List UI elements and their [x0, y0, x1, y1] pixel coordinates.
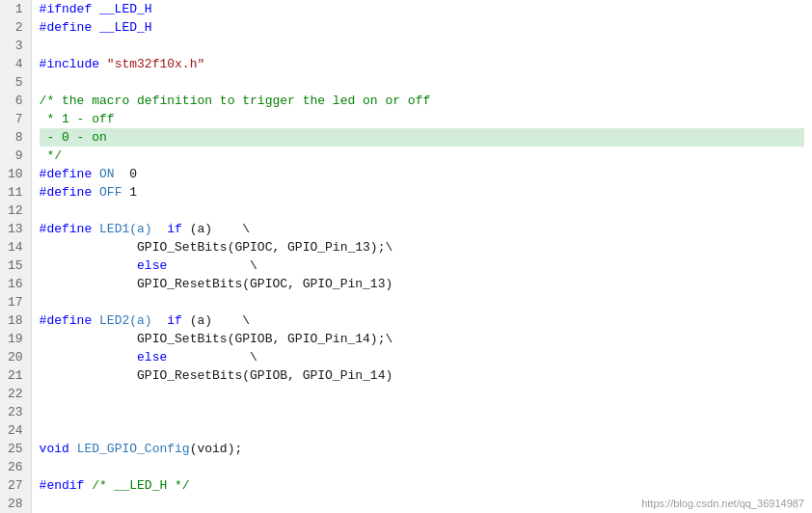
line-number: 1 — [8, 0, 23, 18]
line-number: 20 — [8, 348, 23, 366]
code-line: - 0 - on — [40, 128, 804, 147]
watermark: https://blog.csdn.net/qq_36914987 — [641, 498, 804, 509]
code-token: #define — [40, 311, 99, 330]
line-number: 5 — [8, 73, 23, 92]
line-number: 3 — [8, 37, 23, 55]
code-token: \ — [167, 348, 257, 366]
code-token: LED2(a) — [99, 311, 167, 330]
line-number: 28 — [8, 495, 23, 513]
line-number: 2 — [8, 18, 23, 37]
code-line: else \ — [40, 256, 804, 275]
code-token: #endif — [40, 476, 93, 495]
code-token: #ifndef __LED_H — [40, 0, 152, 18]
code-line: #define LED2(a) if (a) \ — [40, 311, 804, 330]
line-number: 13 — [8, 220, 23, 238]
line-number: 18 — [8, 311, 23, 330]
line-number: 22 — [8, 385, 23, 403]
code-line: #ifndef __LED_H — [40, 0, 804, 18]
code-token: - 0 - on — [40, 128, 107, 147]
code-token: #define — [40, 165, 99, 183]
code-line: else \ — [40, 348, 804, 366]
code-token: #define __LED_H — [40, 18, 152, 37]
line-number: 6 — [8, 92, 23, 110]
code-token: GPIO_SetBits(GPIOC, GPIO_Pin_13);\ — [40, 238, 393, 256]
code-token: "stm32f10x.h" — [107, 55, 204, 73]
code-token — [40, 256, 137, 275]
code-line — [40, 403, 804, 421]
code-token: */ — [40, 147, 62, 165]
line-number: 27 — [8, 476, 23, 495]
line-number: 11 — [8, 183, 23, 202]
line-number: 9 — [8, 147, 23, 165]
line-number: 12 — [8, 202, 23, 220]
code-token: GPIO_ResetBits(GPIOC, GPIO_Pin_13) — [40, 275, 393, 293]
code-token: #define — [40, 220, 99, 238]
line-number: 15 — [8, 256, 23, 275]
code-token: 1 — [129, 183, 137, 202]
line-number: 8 — [8, 128, 23, 147]
code-line: #define OFF 1 — [40, 183, 804, 202]
code-line: #define ON 0 — [40, 165, 804, 183]
code-line: * 1 - off — [40, 110, 804, 128]
code-line — [40, 202, 804, 220]
code-line: /* the macro definition to trigger the l… — [40, 92, 804, 110]
code-token: if — [167, 311, 182, 330]
code-token: /* the macro definition to trigger the l… — [40, 92, 431, 110]
line-number: 26 — [8, 458, 23, 476]
line-number: 7 — [8, 110, 23, 128]
code-token: else — [137, 256, 167, 275]
code-token: LED1(a) — [99, 220, 167, 238]
code-line — [40, 421, 804, 440]
code-token: #include — [40, 55, 107, 73]
code-editor: 1234567891011121314151617181920212223242… — [0, 0, 812, 513]
line-number: 16 — [8, 275, 23, 293]
line-number: 10 — [8, 165, 23, 183]
line-numbers: 1234567891011121314151617181920212223242… — [0, 0, 32, 513]
code-line: */ — [40, 147, 804, 165]
code-line: GPIO_SetBits(GPIOC, GPIO_Pin_13);\ — [40, 238, 804, 256]
line-number: 25 — [8, 440, 23, 458]
code-token: ON — [99, 165, 129, 183]
line-number: 24 — [8, 421, 23, 440]
code-token: LED_GPIO_Config — [77, 440, 190, 458]
code-line — [40, 37, 804, 55]
line-number: 19 — [8, 330, 23, 348]
code-token: * 1 - off — [40, 110, 115, 128]
code-token: if — [167, 220, 182, 238]
code-line: #define LED1(a) if (a) \ — [40, 220, 804, 238]
line-number: 14 — [8, 238, 23, 256]
code-line: GPIO_ResetBits(GPIOC, GPIO_Pin_13) — [40, 275, 804, 293]
code-token: 0 — [129, 165, 137, 183]
code-token: else — [137, 348, 167, 366]
code-token: OFF — [99, 183, 129, 202]
line-number: 4 — [8, 55, 23, 73]
code-token: GPIO_SetBits(GPIOB, GPIO_Pin_14);\ — [40, 330, 393, 348]
code-token — [40, 348, 137, 366]
code-token: /* __LED_H */ — [92, 476, 189, 495]
code-token: (a) \ — [182, 311, 250, 330]
code-lines: #ifndef __LED_H#define __LED_H #include … — [32, 0, 812, 513]
code-token: GPIO_ResetBits(GPIOB, GPIO_Pin_14) — [40, 366, 393, 385]
code-line — [40, 73, 804, 92]
code-line — [40, 293, 804, 311]
line-number: 17 — [8, 293, 23, 311]
code-token: (a) \ — [182, 220, 250, 238]
code-token: #define — [40, 183, 99, 202]
code-line: GPIO_ResetBits(GPIOB, GPIO_Pin_14) — [40, 366, 804, 385]
code-token: \ — [167, 256, 257, 275]
code-token: (void); — [190, 440, 243, 458]
code-line: void LED_GPIO_Config(void); — [40, 440, 804, 458]
code-token: void — [40, 440, 77, 458]
code-line: #define __LED_H — [40, 18, 804, 37]
line-number: 23 — [8, 403, 23, 421]
code-line — [40, 385, 804, 403]
line-number: 21 — [8, 366, 23, 385]
code-line — [40, 458, 804, 476]
code-line: GPIO_SetBits(GPIOB, GPIO_Pin_14);\ — [40, 330, 804, 348]
code-line: #include "stm32f10x.h" — [40, 55, 804, 73]
code-line: #endif /* __LED_H */ — [40, 476, 804, 495]
